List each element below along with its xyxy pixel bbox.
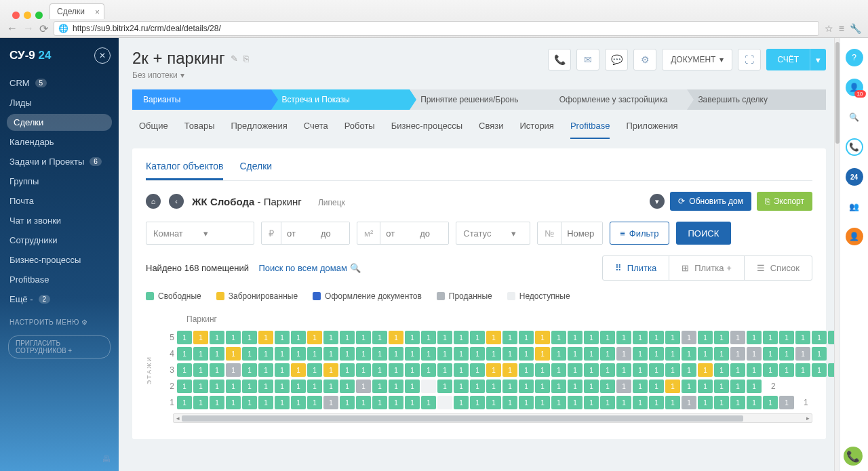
unit-cell[interactable]: 1 [649, 396, 664, 409]
unit-cell[interactable]: 1 [258, 396, 273, 409]
unit-cell[interactable]: 1 [730, 363, 745, 377]
unit-cell[interactable]: 1 [421, 363, 436, 377]
unit-cell[interactable]: 1 [502, 331, 517, 344]
search-all-link[interactable]: Поиск по всем домам 🔍 [258, 263, 360, 273]
tab-item[interactable]: Предложения [231, 121, 287, 139]
price-from-input[interactable] [281, 222, 315, 244]
unit-cell[interactable]: 1 [193, 363, 208, 377]
unit-cell[interactable]: 1 [600, 396, 615, 409]
unit-cell[interactable]: 1 [763, 347, 778, 361]
document-button[interactable]: ДОКУМЕНТ▾ [662, 49, 732, 70]
profile-icon[interactable]: 👤10 [846, 79, 863, 96]
price-to-input[interactable] [315, 222, 349, 244]
unit-cell[interactable]: 1 [795, 347, 810, 361]
unit-cell[interactable]: 1 [714, 331, 729, 344]
unit-cell[interactable]: 1 [665, 380, 680, 393]
unit-cell[interactable]: 1 [568, 331, 583, 344]
unit-cell[interactable]: 1 [307, 331, 322, 344]
sidebar-item[interactable]: Группы [0, 171, 119, 191]
unit-cell[interactable]: 1 [682, 396, 696, 409]
unit-cell[interactable]: 1 [421, 331, 436, 344]
unit-cell[interactable]: 1 [372, 363, 387, 377]
unit-cell[interactable]: 1 [193, 331, 208, 344]
help-icon[interactable]: ? [846, 49, 863, 66]
unit-cell[interactable]: 1 [193, 347, 208, 361]
unit-cell[interactable]: 1 [812, 363, 827, 377]
unit-cell[interactable]: 1 [616, 396, 631, 409]
unit-cell[interactable]: 1 [535, 380, 550, 393]
unit-cell[interactable]: 1 [551, 347, 566, 361]
unit-cell[interactable]: 1 [389, 331, 403, 344]
unit-cell[interactable]: 1 [698, 331, 713, 344]
menu-icon[interactable]: ≡ [839, 23, 844, 34]
sidebar-item[interactable]: Календарь [0, 132, 119, 152]
pipeline-stage[interactable]: Встреча и Показы [271, 89, 410, 110]
unit-cell[interactable]: 1 [584, 331, 599, 344]
unit-cell[interactable]: 1 [568, 396, 583, 409]
unit-cell[interactable]: 1 [812, 331, 827, 344]
unit-cell[interactable]: 1 [437, 347, 452, 361]
unit-cell[interactable] [437, 396, 452, 409]
status-select[interactable]: Статус▾ [456, 222, 530, 245]
unit-cell[interactable]: 1 [242, 347, 257, 361]
unit-cell[interactable]: 1 [372, 380, 387, 393]
unit-cell[interactable]: 1 [649, 380, 664, 393]
unit-cell[interactable]: 1 [584, 396, 599, 409]
invite-button[interactable]: ПРИГЛАСИТЬ СОТРУДНИКОВ + [8, 335, 111, 359]
tab-item[interactable]: Роботы [344, 121, 375, 139]
unit-cell[interactable]: 1 [551, 331, 566, 344]
unit-cell[interactable]: 1 [535, 347, 550, 361]
unit-cell[interactable]: 1 [177, 396, 192, 409]
link-icon[interactable]: ⎘ [243, 54, 249, 64]
unit-cell[interactable]: 1 [747, 396, 762, 409]
rooms-select[interactable]: Комнат▾ [146, 222, 254, 245]
unit-cell[interactable]: 1 [275, 396, 290, 409]
unit-cell[interactable]: 1 [356, 380, 371, 393]
close-icon[interactable]: × [95, 7, 100, 17]
unit-cell[interactable]: 1 [665, 363, 680, 377]
unit-cell[interactable]: 1 [210, 347, 224, 361]
pipeline-stage[interactable]: Оформление у застройщика [549, 89, 688, 110]
refresh-button[interactable]: ⟳ Обновить дом [670, 192, 751, 211]
unit-cell[interactable]: 1 [714, 380, 729, 393]
unit-cell[interactable]: 1 [519, 347, 534, 361]
unit-cell[interactable]: 1 [486, 347, 501, 361]
vertical-scrollbar[interactable] [834, 38, 840, 471]
sidebar-item[interactable]: Profitbase [0, 270, 119, 289]
unit-cell[interactable]: 1 [665, 347, 680, 361]
call-icon[interactable]: 📞 [548, 49, 571, 70]
unit-cell[interactable]: 1 [698, 347, 713, 361]
unit-cell[interactable]: 1 [779, 347, 794, 361]
unit-cell[interactable]: 1 [372, 396, 387, 409]
horizontal-scrollbar[interactable]: ◂▸ [173, 413, 812, 423]
tab-item[interactable]: Общие [139, 121, 168, 139]
bitrix24-icon[interactable]: 24 [846, 168, 863, 186]
unit-cell[interactable]: 1 [226, 363, 241, 377]
unit-cell[interactable]: 1 [779, 331, 794, 344]
unit-cell[interactable]: 1 [714, 347, 729, 361]
unit-cell[interactable]: 1 [470, 396, 485, 409]
tab-item[interactable]: Приложения [626, 121, 677, 139]
unit-cell[interactable]: 1 [698, 380, 713, 393]
unit-cell[interactable]: 1 [502, 347, 517, 361]
reload-icon[interactable]: ⟳ [39, 22, 48, 35]
collapse-sidebar-icon[interactable]: ✕ [94, 47, 111, 64]
unit-cell[interactable]: 1 [682, 363, 696, 377]
unit-cell[interactable]: 1 [210, 363, 224, 377]
unit-cell[interactable]: 1 [437, 363, 452, 377]
unit-cell[interactable]: 1 [682, 331, 696, 344]
unit-cell[interactable]: 1 [177, 347, 192, 361]
unit-cell[interactable]: 1 [795, 363, 810, 377]
tab-item[interactable]: Счета [304, 121, 328, 139]
sidebar-settings[interactable]: НАСТРОИТЬ МЕНЮ ⚙ [0, 309, 119, 331]
tab-item[interactable]: История [520, 121, 554, 139]
unit-cell[interactable]: 1 [405, 396, 420, 409]
unit-cell[interactable]: 1 [421, 396, 436, 409]
unit-cell[interactable]: 1 [210, 380, 224, 393]
unit-cell[interactable]: 1 [584, 380, 599, 393]
unit-cell[interactable]: 1 [584, 363, 599, 377]
unit-cell[interactable]: 1 [307, 380, 322, 393]
area-to-input[interactable] [414, 222, 448, 244]
unit-cell[interactable]: 1 [340, 363, 355, 377]
tab-item[interactable]: Бизнес-процессы [391, 121, 462, 139]
